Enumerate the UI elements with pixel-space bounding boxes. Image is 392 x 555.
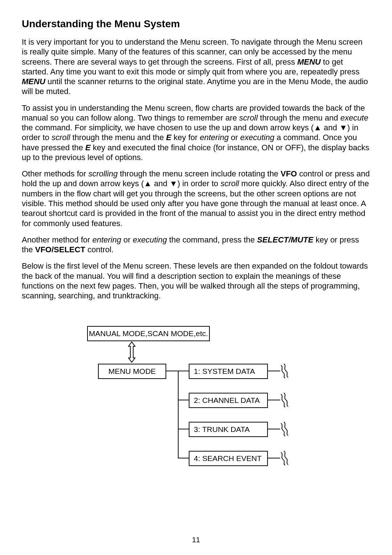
continuation-icon [279, 364, 290, 378]
term-entering: entering [200, 133, 229, 142]
continuation-icon [279, 422, 290, 436]
text: control. [85, 245, 114, 254]
term-executing: executing [240, 133, 274, 142]
key-e: E [166, 133, 171, 142]
text: through the menu and the [70, 133, 166, 142]
page-number: 11 [0, 536, 392, 544]
term-executing: executing [133, 235, 167, 244]
text: Another method for [22, 235, 92, 244]
key-menu: MENU [22, 77, 45, 86]
term-entering: entering [92, 235, 121, 244]
menu-flow-diagram: MANUAL MODE,SCAN MODE,etc. MENU MODE 1: … [65, 326, 327, 482]
paragraph-5: Below is the first level of the Menu scr… [22, 261, 370, 301]
diagram-option-box: 2: CHANNEL DATA [189, 393, 268, 408]
text: the command, press the [167, 235, 257, 244]
control-vfo-select: VFO/SELECT [35, 245, 85, 254]
text: or [121, 235, 133, 244]
diagram-line [178, 429, 189, 429]
paragraph-2: To assist you in understanding the Menu … [22, 103, 370, 163]
diagram-line [178, 400, 189, 400]
diagram-top-box: MANUAL MODE,SCAN MODE,etc. [87, 326, 210, 341]
diagram-line [268, 458, 280, 458]
double-arrow-icon [127, 341, 136, 363]
text: Other methods for [22, 169, 88, 178]
paragraph-3: Other methods for scrolling through the … [22, 169, 370, 228]
diagram-line [166, 371, 179, 371]
control-vfo: VFO [281, 169, 297, 178]
section-title: Understanding the Menu System [22, 18, 370, 30]
text: through the menu and [258, 113, 340, 122]
diagram-line [178, 371, 189, 371]
term-scroll: scroll [239, 113, 258, 122]
text: or [229, 133, 240, 142]
diagram-option-box: 4: SEARCH EVENT [189, 451, 268, 466]
diagram-line [178, 371, 179, 458]
key-e: E [85, 143, 91, 152]
diagram-option-box: 1: SYSTEM DATA [189, 364, 268, 379]
text: key for [171, 133, 200, 142]
diagram-line [178, 458, 189, 458]
continuation-icon [279, 451, 290, 465]
diagram-option-box: 3: TRUNK DATA [189, 422, 268, 437]
continuation-icon [279, 393, 290, 407]
term-execute: execute [340, 113, 368, 122]
diagram-line [268, 400, 280, 400]
term-scroll: scroll [52, 133, 70, 142]
diagram-line [268, 371, 280, 371]
key-select-mute: SELECT/MUTE [257, 235, 313, 244]
paragraph-1: It is very important for you to understa… [22, 37, 370, 97]
text: until the scanner returns to the origina… [22, 77, 368, 96]
diagram-menu-mode-box: MENU MODE [98, 364, 166, 379]
manual-page: Understanding the Menu System It is very… [0, 0, 392, 555]
text: through the menu screen include rotating… [118, 169, 281, 178]
key-menu: MENU [297, 57, 321, 66]
paragraph-4: Another method for entering or executing… [22, 235, 370, 255]
term-scroll: scroll [220, 179, 239, 188]
term-scrolling: scrolling [88, 169, 118, 178]
diagram-line [268, 429, 280, 429]
